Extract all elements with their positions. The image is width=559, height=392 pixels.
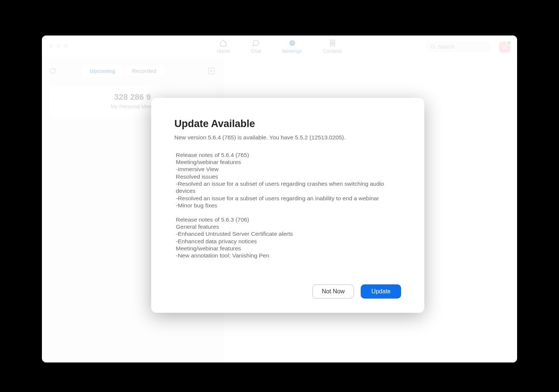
release-note-line: -New annotation tool: Vanishing Pen [176,252,394,259]
release-note-line: Meeting/webinar features [176,245,394,252]
release-note-line: Resolved issues [176,173,394,180]
modal-title: Update Available [174,118,401,130]
release-note-line: General features [176,223,394,230]
release-note-line: -Immersive View [176,166,394,173]
release-note-line: -Enhanced Untrusted Server Certificate a… [176,230,394,237]
release-note-line: -Enhanced data privacy notices [176,238,394,245]
not-now-button[interactable]: Not Now [312,284,354,299]
update-modal: Update Available New version 5.6.4 (765)… [151,98,424,313]
release-note-spacer [176,209,394,216]
release-note-line: -Resolved an issue for a subset of users… [176,195,394,202]
release-note-line: -Resolved an issue for a subset of users… [176,180,394,195]
update-button[interactable]: Update [361,284,401,299]
release-notes-scroll[interactable]: Release notes of 5.6.4 (765)Meeting/webi… [174,151,401,272]
modal-actions: Not Now Update [174,284,401,299]
release-note-line: Release notes of 5.6.3 (706) [176,216,394,223]
modal-subtitle: New version 5.6.4 (765) is available. Yo… [174,134,401,141]
release-notes-container: Release notes of 5.6.4 (765)Meeting/webi… [174,151,401,272]
release-note-line: Meeting/webinar features [176,158,394,166]
app-window: Home Chat Meetings Contacts [42,36,517,362]
release-note-line: -Minor bug fixes [176,202,394,209]
release-note-line: Release notes of 5.6.4 (765) [176,151,394,158]
